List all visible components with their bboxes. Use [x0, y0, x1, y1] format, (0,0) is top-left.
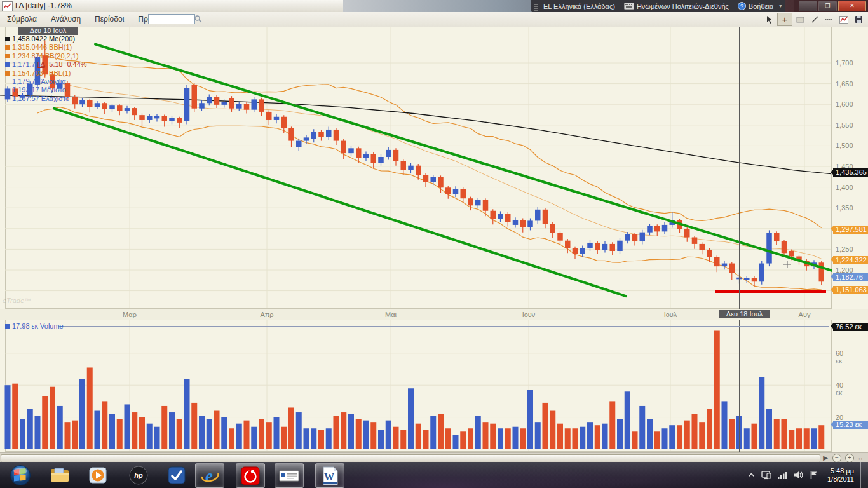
price-tick-label: 1,500 [836, 142, 853, 149]
symbol-search-input[interactable] [148, 14, 195, 24]
month-label: Ιουν [522, 311, 536, 318]
legend-text: 1,179.78 Άνοιγμα [12, 78, 66, 85]
menu-Σύμβολα[interactable]: Σύμβολα [0, 12, 44, 24]
legend-text: 1,234.874 BB(20,2,1) [12, 52, 79, 60]
menu-Ανάλυση[interactable]: Ανάλυση [44, 12, 88, 24]
taskbar-trading-app[interactable] [275, 463, 304, 488]
chart-icon[interactable] [837, 13, 851, 25]
media-player-icon [88, 466, 107, 485]
explorer-icon [50, 467, 70, 484]
save-icon[interactable] [851, 13, 865, 25]
legend-text: 1,315.0446 BBH(1) [12, 43, 72, 51]
remote-desktop-icon[interactable] [761, 471, 771, 480]
legend-row: 1,234.874 BB(20,2,1) [5, 52, 87, 60]
legend-text: 1,458.0422 Me(200) [12, 35, 75, 43]
drawing-toolbar: + [762, 13, 865, 26]
maximize-button[interactable]: ❐ [818, 1, 837, 11]
dotted-line-icon[interactable] [822, 13, 836, 25]
app-chart-icon[interactable] [2, 1, 13, 11]
check-app-icon [167, 466, 186, 485]
hp-icon: hp [129, 466, 148, 485]
language-bar-label: EL Ελληνικά (Ελλάδας) [543, 3, 615, 10]
chevron-up-icon[interactable] [748, 472, 755, 478]
search-icon[interactable] [194, 15, 202, 23]
legend-text: 1,171.7 [12, 60, 37, 68]
cursor-icon[interactable] [763, 13, 776, 25]
taskbar: hpeW 5:48 μμ 1/8/2011 [0, 462, 868, 488]
cursor-date-header: Δευ 18 Ιουλ [18, 27, 78, 35]
price-tick-label: 1,350 [836, 204, 853, 212]
volume-icon[interactable] [794, 471, 803, 479]
line-icon[interactable] [808, 13, 822, 25]
price-tick-label: 1,650 [836, 80, 853, 88]
price-badge: 1,151.063 [833, 286, 868, 294]
price-chart-canvas[interactable] [0, 27, 832, 309]
taskbar-vodafone[interactable] [236, 463, 265, 488]
titlebar[interactable]: ΓΔ [daily] -1.78% EL Ελληνικά (Ελλάδας)Η… [0, 0, 868, 13]
legend-bullet [5, 54, 10, 58]
scroll-right-button[interactable]: ▶ [820, 454, 831, 462]
fit-range-button[interactable]: ↔ [855, 454, 865, 462]
taskbar-clock[interactable]: 5:48 μμ 1/8/2011 [827, 467, 854, 484]
language-bar-item[interactable]: ?Βοήθεια [738, 2, 773, 10]
language-bar-options[interactable]: ▾ [779, 3, 782, 9]
price-tick-label: 1,700 [836, 59, 853, 67]
language-bar-item[interactable]: EL Ελληνικά (Ελλάδας) [543, 3, 615, 10]
vodafone-icon [241, 466, 260, 485]
price-chart-pane[interactable]: Δευ 18 Ιουλ 1,458.0422 Me(200)1,315.0446… [0, 27, 868, 309]
volume-legend: 17.98 εκ Volume [5, 322, 64, 330]
internet-explorer-icon: e [200, 466, 220, 485]
legend-row: 1,167.57 Ελάχιστο [5, 95, 87, 103]
price-tick-label: 1,250 [836, 245, 853, 253]
taskbar-check-app[interactable] [163, 463, 191, 487]
crosshair-icon[interactable]: + [777, 13, 792, 26]
legend-row: 1,458.0422 Me(200) [5, 35, 87, 43]
taskbar-internet-explorer[interactable]: e [195, 463, 224, 488]
language-bar-grip[interactable] [534, 2, 538, 11]
clock-date: 1/8/2011 [827, 475, 854, 484]
zoom-in-button[interactable]: + [845, 454, 854, 463]
tray-icons [745, 471, 821, 480]
legend-row: 1,193.17 Μέγιστο [5, 86, 87, 94]
language-bar-item[interactable]: Ηνωμένων Πολιτειών-Διεθνής [624, 3, 729, 10]
legend-text: -5.18 -0.44% [45, 60, 87, 68]
volume-chart-canvas[interactable] [0, 320, 832, 452]
legend-row: 1,171.7 ΓΔ -5.18 -0.44% [5, 60, 87, 69]
network-icon[interactable] [778, 471, 787, 479]
month-label: Μαρ [123, 311, 137, 318]
price-tick-label: 1,600 [836, 100, 853, 108]
trading-app-icon [279, 469, 299, 483]
close-button[interactable]: ✕ [838, 1, 866, 11]
taskbar-hp[interactable]: hp [125, 463, 153, 487]
legend-bullet [5, 37, 10, 41]
language-bar-label: Βοήθεια [749, 3, 773, 10]
action-center-flag-icon[interactable] [810, 471, 818, 480]
rectangle-icon[interactable] [793, 13, 807, 25]
language-bar[interactable]: EL Ελληνικά (Ελλάδας)Ηνωμένων Πολιτειών-… [531, 0, 785, 12]
volume-badge: 15.23 εκ [833, 421, 868, 429]
menu-Περίοδοι[interactable]: Περίοδοι [88, 12, 131, 24]
show-desktop-button[interactable] [860, 462, 868, 488]
legend-text: 1,154.7034 BBL(1) [12, 69, 71, 77]
window-title: ΓΔ [daily] -1.78% [15, 1, 72, 10]
legend-row: 1,179.78 Άνοιγμα [5, 78, 87, 86]
application-window: ΓΔ [daily] -1.78% EL Ελληνικά (Ελλάδας)Η… [0, 0, 868, 488]
zoom-out-button[interactable]: − [832, 454, 841, 463]
svg-text:W: W [324, 471, 334, 482]
clock-time: 5:48 μμ [827, 467, 854, 475]
language-bar-label: Ηνωμένων Πολιτειών-Διεθνής [637, 3, 729, 10]
keyboard-icon [624, 3, 634, 10]
taskbar-explorer[interactable] [46, 463, 74, 487]
taskbar-word[interactable]: W [315, 463, 344, 488]
taskbar-media-player[interactable] [84, 463, 112, 487]
legend-row: 1,154.7034 BBL(1) [5, 69, 87, 78]
month-label: Μαι [385, 311, 397, 318]
svg-text:hp: hp [134, 471, 143, 479]
legend-bullet [5, 62, 10, 67]
price-badge: 1,182.76 [833, 273, 868, 281]
help-icon: ? [738, 2, 746, 10]
legend-text: ΓΔ [37, 60, 45, 68]
minimize-button[interactable]: — [799, 1, 817, 11]
taskbar-start[interactable] [6, 463, 34, 487]
volume-pane[interactable]: 17.98 εκ Volume 60 εκ40 εκ20 εκ76.52 εκ1… [0, 320, 868, 452]
